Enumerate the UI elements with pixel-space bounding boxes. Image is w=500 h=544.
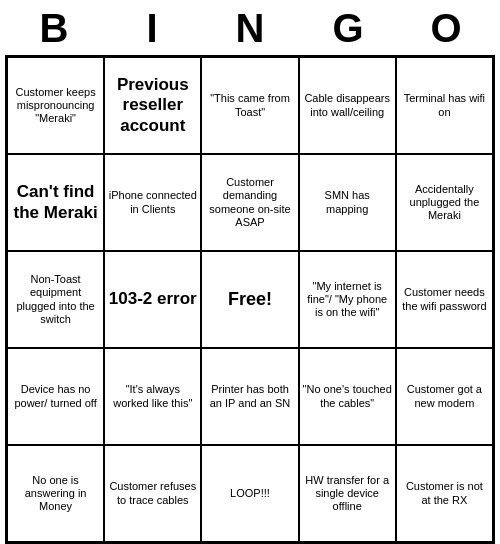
bingo-cell-18[interactable]: "No one's touched the cables" <box>299 348 396 445</box>
bingo-cell-19[interactable]: Customer got a new modem <box>396 348 493 445</box>
bingo-cell-7[interactable]: Customer demanding someone on-site ASAP <box>201 154 298 251</box>
bingo-cell-3[interactable]: Cable disappears into wall/ceiling <box>299 57 396 154</box>
bingo-cell-8[interactable]: SMN has mapping <box>299 154 396 251</box>
title-letter-n: N <box>214 6 286 51</box>
bingo-cell-13[interactable]: "My internet is fine"/ "My phone is on t… <box>299 251 396 348</box>
bingo-cell-24[interactable]: Customer is not at the RX <box>396 445 493 542</box>
title-letter-o: O <box>410 6 482 51</box>
bingo-cell-9[interactable]: Accidentally unplugged the Meraki <box>396 154 493 251</box>
bingo-cell-23[interactable]: HW transfer for a single device offline <box>299 445 396 542</box>
bingo-cell-5[interactable]: Can't find the Meraki <box>7 154 104 251</box>
bingo-title: BINGO <box>5 0 495 55</box>
bingo-cell-12[interactable]: Free! <box>201 251 298 348</box>
title-letter-g: G <box>312 6 384 51</box>
bingo-cell-22[interactable]: LOOP!!! <box>201 445 298 542</box>
bingo-cell-11[interactable]: 103-2 error <box>104 251 201 348</box>
bingo-cell-15[interactable]: Device has no power/ turned off <box>7 348 104 445</box>
bingo-cell-6[interactable]: iPhone connected in Clients <box>104 154 201 251</box>
bingo-grid: Customer keeps mispronouncing "Meraki"Pr… <box>5 55 495 544</box>
title-letter-i: I <box>116 6 188 51</box>
bingo-cell-0[interactable]: Customer keeps mispronouncing "Meraki" <box>7 57 104 154</box>
title-letter-b: B <box>18 6 90 51</box>
bingo-cell-17[interactable]: Printer has both an IP and an SN <box>201 348 298 445</box>
bingo-cell-2[interactable]: "This came from Toast" <box>201 57 298 154</box>
bingo-cell-21[interactable]: Customer refuses to trace cables <box>104 445 201 542</box>
bingo-cell-1[interactable]: Previous reseller account <box>104 57 201 154</box>
bingo-cell-10[interactable]: Non-Toast equipment plugged into the swi… <box>7 251 104 348</box>
bingo-cell-14[interactable]: Customer needs the wifi password <box>396 251 493 348</box>
bingo-cell-4[interactable]: Terminal has wifi on <box>396 57 493 154</box>
bingo-cell-20[interactable]: No one is answering in Money <box>7 445 104 542</box>
bingo-cell-16[interactable]: "It's always worked like this" <box>104 348 201 445</box>
